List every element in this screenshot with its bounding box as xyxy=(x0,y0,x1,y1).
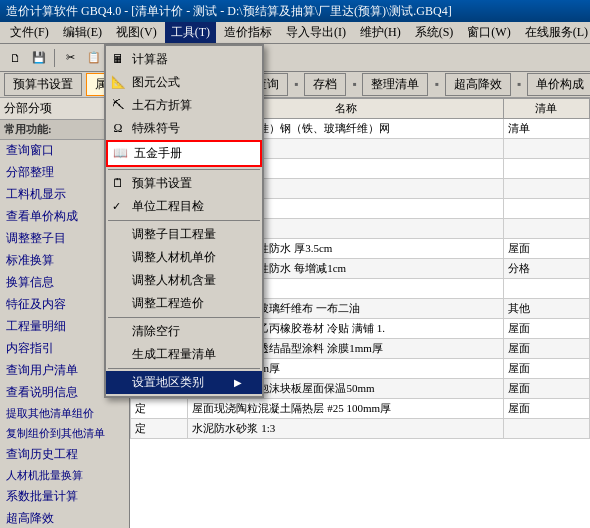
cell-qingdan xyxy=(503,139,589,159)
menu-bar: 文件(F) 编辑(E) 视图(V) 工具(T) 造价指标 导入导出(I) 维护(… xyxy=(0,22,590,44)
menu-tools-clear-rows[interactable]: 清除空行 xyxy=(106,320,262,343)
copy-btn[interactable]: 📋 xyxy=(83,47,105,69)
left-panel-item-14[interactable]: 查询历史工程 xyxy=(0,444,129,466)
cell-qingdan xyxy=(503,419,589,439)
set-region-icon xyxy=(110,375,126,391)
cell-qingdan: 分格 xyxy=(503,259,589,279)
toolbar-secondary: 预算书设置 属性窗口 局部汇总 ◄ 查询 ▪ 存档 ▪ 整理清单 ▪ 超高降效 … xyxy=(0,72,590,98)
left-panel-item-16[interactable]: 系数批量计算 xyxy=(0,486,129,508)
menu-edit[interactable]: 编辑(E) xyxy=(57,22,108,43)
cell-qingdan: 屋面 xyxy=(503,319,589,339)
adjust-content-icon xyxy=(110,273,126,289)
menu-maintain[interactable]: 维护(H) xyxy=(354,22,407,43)
sep-tools-1 xyxy=(108,169,260,170)
menu-tools-formula-label: 图元公式 xyxy=(132,74,180,91)
menu-tools-calculator[interactable]: 🖩 计算器 xyxy=(106,48,262,71)
dropdown-overlay: 🖩 计算器 📐 图元公式 ⛏ 土石方折算 Ω 特殊符号 📖 五金手册 🗒 预算书… xyxy=(104,44,264,398)
sep1 xyxy=(54,49,55,67)
table-row: 定 水泥防水砂浆 1:3 xyxy=(131,419,590,439)
title-text: 造价计算软件 GBQ4.0 - [清单计价 - 测试 - D:\预结算及抽算\厂… xyxy=(6,3,452,20)
earthwork-icon: ⛏ xyxy=(110,98,126,114)
cell-qingdan xyxy=(503,179,589,199)
gen-list-icon xyxy=(110,347,126,363)
sep-tools-2 xyxy=(108,220,260,221)
menu-tools-hardware[interactable]: 📖 五金手册 xyxy=(106,140,262,167)
title-bar: 造价计算软件 GBQ4.0 - [清单计价 - 测试 - D:\预结算及抽算\厂… xyxy=(0,0,590,22)
cell-qingdan xyxy=(503,279,589,299)
menu-tools-budget-settings-label: 预算书设置 xyxy=(132,175,192,192)
sep6: ▪ xyxy=(350,77,358,92)
cell-qingdan: 屋面 xyxy=(503,399,589,419)
table-row: 定 屋面现浇陶粒混凝土隔热层 #25 100mm厚 屋面 xyxy=(131,399,590,419)
sep8: ▪ xyxy=(515,77,523,92)
cell-mingcheng[interactable]: 水泥防水砂浆 1:3 xyxy=(188,419,504,439)
menu-online[interactable]: 在线服务(L) xyxy=(519,22,590,43)
new-btn[interactable]: 🗋 xyxy=(4,47,26,69)
menu-tools-adjust-qty[interactable]: 调整子目工程量 xyxy=(106,223,262,246)
menu-file[interactable]: 文件(F) xyxy=(4,22,55,43)
menu-tools-set-region-label: 设置地区类别 xyxy=(132,374,204,391)
menu-tools-formula[interactable]: 📐 图元公式 xyxy=(106,71,262,94)
cell-mingcheng[interactable]: 屋面现浇陶粒混凝土隔热层 #25 100mm厚 xyxy=(188,399,504,419)
left-panel-item-12[interactable]: 提取其他清单组价 xyxy=(0,404,129,424)
left-panel-item-17[interactable]: 超高降效 xyxy=(0,508,129,528)
menu-import[interactable]: 导入导出(I) xyxy=(280,22,352,43)
menu-tools-hardware-label: 五金手册 xyxy=(134,145,182,162)
menu-window[interactable]: 窗口(W) xyxy=(461,22,516,43)
th-qingdan: 清单 xyxy=(503,99,589,119)
menu-tools-gen-list-label: 生成工程量清单 xyxy=(132,346,216,363)
sep-tools-4 xyxy=(108,368,260,369)
btn-surcharge[interactable]: 超高降效 xyxy=(445,73,511,96)
btn-budget-settings[interactable]: 预算书设置 xyxy=(4,73,82,96)
cell-qingdan: 屋面 xyxy=(503,239,589,259)
check-icon: ✓ xyxy=(112,200,121,213)
adjust-qty-icon xyxy=(110,227,126,243)
cell-qingdan xyxy=(503,199,589,219)
menu-tools[interactable]: 工具(T) xyxy=(165,22,216,43)
submenu-arrow-icon: ▶ xyxy=(234,377,242,388)
main-layout: 分部分项 ✕ 常用功能: 查询窗口 分部整理 工料机显示 查看单价构成 调整整子… xyxy=(0,98,590,528)
menu-tools-unit-inspect[interactable]: ✓ 单位工程目检 xyxy=(106,195,262,218)
left-panel-title-text: 分部分项 xyxy=(4,100,52,117)
calc-icon: 🖩 xyxy=(110,52,126,68)
adjust-price-icon xyxy=(110,250,126,266)
left-panel-item-15[interactable]: 人材机批量换算 xyxy=(0,466,129,486)
symbol-icon: Ω xyxy=(110,121,126,137)
menu-tools-adjust-qty-label: 调整子目工程量 xyxy=(132,226,216,243)
menu-tools-adjust-cost-label: 调整工程造价 xyxy=(132,295,204,312)
menu-tools-adjust-content[interactable]: 调整人材机含量 xyxy=(106,269,262,292)
cell-leibie: 定 xyxy=(131,399,188,419)
menu-tools-adjust-price-label: 调整人材机单价 xyxy=(132,249,216,266)
menu-tools-unit-inspect-label: 单位工程目检 xyxy=(132,198,204,215)
save-btn[interactable]: 💾 xyxy=(28,47,50,69)
menu-tools-earthwork-label: 土石方折算 xyxy=(132,97,192,114)
menu-view[interactable]: 视图(V) xyxy=(110,22,163,43)
btn-archive[interactable]: 存档 xyxy=(304,73,346,96)
cell-qingdan: 清单 xyxy=(503,119,589,139)
btn-clean-list[interactable]: 整理清单 xyxy=(362,73,428,96)
tools-dropdown-menu: 🖩 计算器 📐 图元公式 ⛏ 土石方折算 Ω 特殊符号 📖 五金手册 🗒 预算书… xyxy=(104,44,264,398)
menu-price[interactable]: 造价指标 xyxy=(218,22,278,43)
clear-rows-icon xyxy=(110,324,126,340)
cell-qingdan: 屋面 xyxy=(503,379,589,399)
cell-qingdan: 屋面 xyxy=(503,339,589,359)
toolbar-main: 🗋 💾 ✂ 📋 📌 🔢 📐 🔍 ⚙ xyxy=(0,44,590,72)
menu-tools-earthwork[interactable]: ⛏ 土石方折算 xyxy=(106,94,262,117)
left-panel-item-13[interactable]: 复制组价到其他清单 xyxy=(0,424,129,444)
menu-tools-clear-rows-label: 清除空行 xyxy=(132,323,180,340)
menu-tools-adjust-cost[interactable]: 调整工程造价 xyxy=(106,292,262,315)
menu-tools-adjust-price[interactable]: 调整人材机单价 xyxy=(106,246,262,269)
cut-btn[interactable]: ✂ xyxy=(59,47,81,69)
btn-unit-price[interactable]: 单价构成 xyxy=(527,73,590,96)
sep7: ▪ xyxy=(432,77,440,92)
cell-leibie: 定 xyxy=(131,419,188,439)
menu-system[interactable]: 系统(S) xyxy=(409,22,460,43)
menu-tools-calculator-label: 计算器 xyxy=(132,51,168,68)
menu-tools-gen-list[interactable]: 生成工程量清单 xyxy=(106,343,262,366)
menu-tools-set-region[interactable]: 设置地区类别 ▶ xyxy=(106,371,262,394)
menu-tools-budget-settings[interactable]: 🗒 预算书设置 xyxy=(106,172,262,195)
adjust-cost-icon xyxy=(110,296,126,312)
sep5: ▪ xyxy=(292,77,300,92)
hardware-icon: 📖 xyxy=(112,146,128,162)
menu-tools-symbol[interactable]: Ω 特殊符号 xyxy=(106,117,262,140)
